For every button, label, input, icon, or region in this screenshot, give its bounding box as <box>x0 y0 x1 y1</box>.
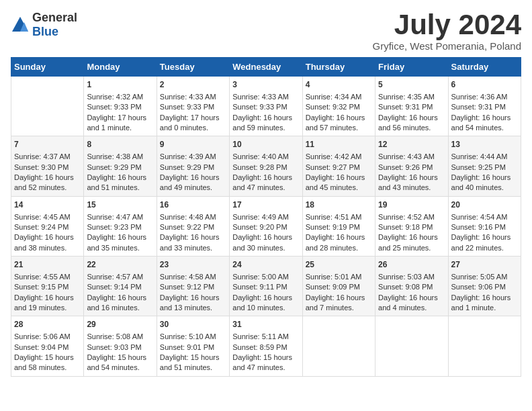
cell-content-line: Sunset: 9:01 PM <box>160 342 226 353</box>
cell-content-line: Sunrise: 4:32 AM <box>87 92 153 102</box>
cell-content-line: Sunset: 9:19 PM <box>306 222 372 232</box>
cell-content-line: Daylight: 15 hours <box>232 353 299 363</box>
cell-content-line: and 58 minutes. <box>14 363 81 373</box>
day-number: 28 <box>14 319 81 330</box>
calendar-header-row: SundayMondayTuesdayWednesdayThursdayFrid… <box>11 58 521 77</box>
calendar-cell: 20Sunrise: 4:54 AMSunset: 9:16 PMDayligh… <box>448 196 521 256</box>
day-number: 23 <box>160 259 226 271</box>
logo-general: General <box>32 11 77 24</box>
calendar-cell: 14Sunrise: 4:45 AMSunset: 9:24 PMDayligh… <box>11 196 84 256</box>
cell-content-line: Sunset: 9:25 PM <box>451 163 518 173</box>
cell-content-line: Sunset: 9:20 PM <box>232 222 299 232</box>
cell-content-line: Sunset: 9:18 PM <box>378 222 445 232</box>
logo-blue: Blue <box>32 25 58 38</box>
cell-content-line: Daylight: 15 hours <box>87 353 153 363</box>
cell-content-line: Sunrise: 5:01 AM <box>306 272 372 282</box>
location-subtitle: Gryfice, West Pomerania, Poland <box>373 40 521 52</box>
header-tuesday: Tuesday <box>157 58 229 77</box>
cell-content-line: Daylight: 16 hours <box>306 293 372 303</box>
week-row-1: 1Sunrise: 4:32 AMSunset: 9:33 PMDaylight… <box>11 77 521 136</box>
day-number: 15 <box>87 199 153 211</box>
cell-content-line: Sunset: 9:26 PM <box>378 163 445 173</box>
cell-content-line: and 51 minutes. <box>87 183 153 193</box>
cell-content-line: and 54 minutes. <box>451 123 518 133</box>
cell-content-line: Sunset: 9:31 PM <box>378 102 445 112</box>
cell-content-line: Daylight: 17 hours <box>87 113 153 123</box>
day-number: 26 <box>378 259 445 271</box>
cell-content-line: Daylight: 16 hours <box>232 293 299 303</box>
calendar-cell: 18Sunrise: 4:51 AMSunset: 9:19 PMDayligh… <box>302 196 375 256</box>
cell-content-line: and 13 minutes. <box>160 303 226 313</box>
cell-content-line: Sunset: 9:14 PM <box>87 282 153 292</box>
day-number: 11 <box>306 139 372 150</box>
cell-content-line: Daylight: 16 hours <box>451 113 518 123</box>
day-number: 30 <box>160 319 226 330</box>
cell-content-line: Sunrise: 4:49 AM <box>232 212 299 222</box>
header-friday: Friday <box>375 58 448 77</box>
cell-content-line: Sunrise: 4:52 AM <box>378 212 445 222</box>
week-row-4: 21Sunrise: 4:55 AMSunset: 9:15 PMDayligh… <box>11 257 521 316</box>
day-number: 13 <box>451 139 518 150</box>
cell-content-line: Sunrise: 4:45 AM <box>14 212 81 222</box>
cell-content-line: Daylight: 16 hours <box>14 173 81 183</box>
cell-content-line: Sunrise: 4:37 AM <box>14 152 81 162</box>
day-number: 14 <box>14 199 81 211</box>
day-number: 16 <box>160 199 226 211</box>
day-number: 31 <box>232 319 299 330</box>
day-number: 4 <box>306 79 372 91</box>
day-number: 19 <box>378 199 445 211</box>
cell-content-line: Sunset: 9:31 PM <box>451 102 518 112</box>
calendar-cell: 23Sunrise: 4:58 AMSunset: 9:12 PMDayligh… <box>157 257 229 316</box>
cell-content-line: and 56 minutes. <box>378 123 445 133</box>
cell-content-line: Sunrise: 5:06 AM <box>14 332 81 342</box>
day-number: 3 <box>232 79 299 91</box>
calendar-cell <box>448 316 521 376</box>
cell-content-line: Sunset: 9:08 PM <box>378 282 445 292</box>
calendar-cell <box>11 77 84 136</box>
calendar-cell: 4Sunrise: 4:34 AMSunset: 9:32 PMDaylight… <box>302 77 375 136</box>
cell-content-line: Sunrise: 5:10 AM <box>160 332 226 342</box>
cell-content-line: and 52 minutes. <box>14 183 81 193</box>
day-number: 18 <box>306 199 372 211</box>
calendar-cell: 8Sunrise: 4:38 AMSunset: 9:29 PMDaylight… <box>84 136 157 196</box>
page-header: General Blue July 2024 Gryfice, West Pom… <box>11 11 521 52</box>
cell-content-line: Daylight: 16 hours <box>87 232 153 242</box>
cell-content-line: and 0 minutes. <box>160 123 226 133</box>
cell-content-line: and 1 minute. <box>451 303 518 313</box>
cell-content-line: Sunrise: 5:11 AM <box>232 332 299 342</box>
day-number: 10 <box>232 139 299 150</box>
calendar-cell: 22Sunrise: 4:57 AMSunset: 9:14 PMDayligh… <box>84 257 157 316</box>
cell-content-line: Daylight: 16 hours <box>87 293 153 303</box>
calendar-cell <box>375 316 448 376</box>
day-number: 8 <box>87 139 153 150</box>
cell-content-line: Sunset: 9:28 PM <box>232 163 299 173</box>
cell-content-line: Sunset: 9:33 PM <box>160 102 226 112</box>
cell-content-line: Daylight: 16 hours <box>451 173 518 183</box>
header-sunday: Sunday <box>11 58 84 77</box>
cell-content-line: and 33 minutes. <box>160 243 226 253</box>
cell-content-line: Daylight: 16 hours <box>378 293 445 303</box>
calendar-cell: 10Sunrise: 4:40 AMSunset: 9:28 PMDayligh… <box>230 136 302 196</box>
logo: General Blue <box>11 11 77 39</box>
calendar-cell: 1Sunrise: 4:32 AMSunset: 9:33 PMDaylight… <box>84 77 157 136</box>
cell-content-line: and 40 minutes. <box>451 183 518 193</box>
cell-content-line: and 19 minutes. <box>14 303 81 313</box>
cell-content-line: Daylight: 15 hours <box>160 353 226 363</box>
day-number: 25 <box>306 259 372 271</box>
cell-content-line: and 10 minutes. <box>232 303 299 313</box>
cell-content-line: Sunrise: 4:33 AM <box>232 92 299 102</box>
cell-content-line: Sunset: 9:30 PM <box>14 163 81 173</box>
cell-content-line: Daylight: 16 hours <box>232 113 299 123</box>
calendar-cell: 12Sunrise: 4:43 AMSunset: 9:26 PMDayligh… <box>375 136 448 196</box>
day-number: 7 <box>14 139 81 150</box>
calendar-cell: 5Sunrise: 4:35 AMSunset: 9:31 PMDaylight… <box>375 77 448 136</box>
cell-content-line: Sunrise: 4:44 AM <box>451 152 518 162</box>
calendar-cell <box>302 316 375 376</box>
day-number: 5 <box>378 79 445 91</box>
logo-text: General Blue <box>32 11 77 39</box>
cell-content-line: and 16 minutes. <box>87 303 153 313</box>
cell-content-line: and 57 minutes. <box>306 123 372 133</box>
logo-icon <box>11 15 30 34</box>
day-number: 21 <box>14 259 81 271</box>
cell-content-line: and 49 minutes. <box>160 183 226 193</box>
